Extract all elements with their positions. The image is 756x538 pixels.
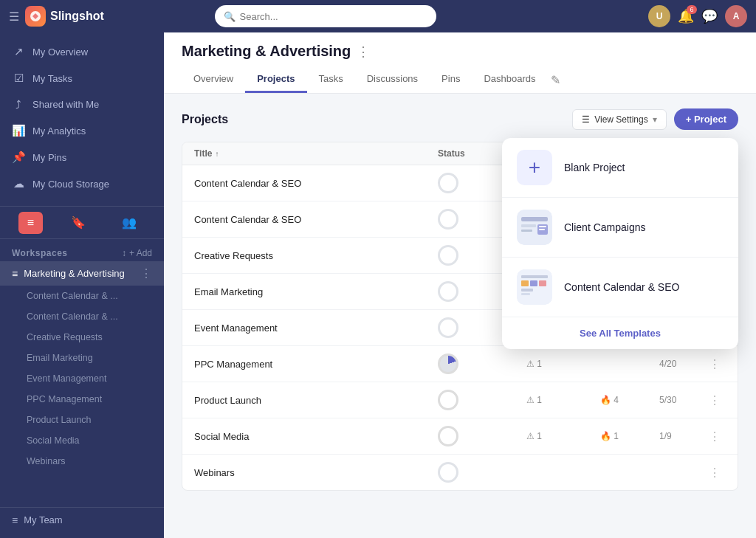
projects-header: Projects ☰ View Settings ▾ + Project [182, 108, 738, 130]
sub-label-product: Product Launch [27, 415, 136, 425]
table-row: Product Launch ⚠ 1 🔥 4 5/30 ⋮ [182, 382, 738, 418]
sub-item-content2[interactable]: Content Calendar & ... ⋮ [0, 306, 164, 327]
add-workspace-button[interactable]: + Add [129, 248, 152, 258]
project-status [438, 390, 526, 410]
workspace-title-more[interactable]: ⋮ [357, 44, 370, 60]
tab-projects[interactable]: Projects [245, 67, 306, 93]
dropdown-client-campaigns[interactable]: Client Campaigns [502, 198, 738, 258]
app-body: ↗ My Overview ☑ My Tasks ⤴ Shared with M… [0, 32, 756, 538]
tab-overview[interactable]: Overview [182, 67, 245, 93]
sub-label-creative: Creative Requests [27, 332, 136, 342]
sidebar-nav: ↗ My Overview ☑ My Tasks ⤴ Shared with M… [0, 32, 164, 203]
project-name: Content Calendar & SEO [194, 214, 438, 225]
blank-project-label: Blank Project [564, 162, 625, 173]
row-more-icon[interactable]: ⋮ [704, 393, 726, 407]
row-more-icon[interactable]: ⋮ [704, 466, 726, 480]
blank-project-icon: + [517, 150, 552, 185]
sub-item-webinars[interactable]: Webinars ⋮ [0, 451, 164, 472]
view-settings-button[interactable]: ☰ View Settings ▾ [572, 109, 667, 130]
client-campaigns-thumbnail [517, 210, 552, 245]
project-progress: 5/30 [659, 395, 704, 405]
add-project-label: + Project [686, 114, 726, 125]
project-fire: 🔥 1 [600, 431, 659, 441]
sidebar-label-cloud: My Cloud Storage [32, 179, 109, 190]
row-more-icon[interactable]: ⋮ [704, 357, 726, 371]
workspace-title: Marketing & Advertising [182, 43, 351, 60]
avatar-user2[interactable]: A [725, 5, 747, 27]
view-type-label: ▾ [653, 114, 657, 125]
projects-area: Projects ☰ View Settings ▾ + Project Tit… [164, 94, 756, 538]
svg-rect-11 [530, 280, 537, 286]
project-name: Social Media [194, 431, 438, 442]
project-fire: 🔥 4 [600, 395, 659, 405]
main-content: Marketing & Advertising ⋮ Overview Proje… [164, 32, 756, 538]
projects-title: Projects [182, 113, 572, 126]
search-bar[interactable]: 🔍 [215, 5, 436, 27]
client-campaigns-label: Client Campaigns [564, 221, 646, 233]
topbar-left: ☰ Slingshot [9, 6, 104, 27]
sidebar-label-tasks: My Tasks [32, 73, 72, 84]
tab-edit-icon[interactable]: ✎ [548, 67, 563, 93]
sub-item-content1[interactable]: Content Calendar & ... ⋮ [0, 286, 164, 306]
sub-item-product[interactable]: Product Launch ⋮ [0, 410, 164, 430]
dropdown-blank-project[interactable]: + Blank Project [502, 138, 738, 198]
svg-rect-6 [539, 226, 546, 227]
sort-button[interactable]: ↕ [122, 248, 126, 258]
sub-item-creative[interactable]: Creative Requests ⋮ [0, 327, 164, 348]
sidebar-item-team[interactable]: ≡ My Team ⋮ [0, 508, 164, 532]
sub-item-event[interactable]: Event Management ⋮ [0, 368, 164, 389]
content-calendar-label: Content Calendar & SEO [564, 281, 679, 293]
notif-badge: 6 [687, 5, 697, 14]
menu-icon[interactable]: ☰ [9, 10, 19, 24]
dropdown-content-calendar[interactable]: Content Calendar & SEO [502, 258, 738, 317]
col-title: Title ↑ [194, 148, 438, 159]
project-status [438, 354, 526, 374]
sidebar-item-pins[interactable]: 📌 My Pins [0, 144, 164, 170]
sidebar-label-pins: My Pins [32, 152, 66, 163]
search-input[interactable] [240, 11, 427, 22]
sub-item-email[interactable]: Email Marketing ⋮ [0, 348, 164, 368]
sidebar-item-overview[interactable]: ↗ My Overview [0, 38, 164, 65]
sidebar-icon-tabs: ≡ 🔖 👥 [0, 206, 164, 239]
svg-rect-14 [521, 293, 530, 295]
workspace-more-icon[interactable]: ⋮ [140, 266, 152, 280]
shared-icon: ⤴ [12, 98, 25, 111]
see-all-templates-link[interactable]: See All Templates [502, 317, 738, 349]
icon-tab-layers[interactable]: ≡ [18, 212, 43, 234]
workspace-icon: ≡ [12, 268, 18, 280]
analytics-icon: 📊 [12, 124, 25, 137]
add-project-button[interactable]: + Project [674, 108, 738, 130]
project-progress: 1/9 [659, 431, 704, 441]
tasks-icon: ☑ [12, 72, 25, 85]
sidebar-item-cloud[interactable]: ☁ My Cloud Storage [0, 170, 164, 197]
icon-tab-users[interactable]: 👥 [113, 211, 145, 234]
workspace-marketing[interactable]: ≡ Marketing & Advertising ⋮ [0, 261, 164, 286]
icon-tab-bookmark[interactable]: 🔖 [62, 211, 94, 234]
workspaces-actions: ↕ + Add [122, 248, 152, 258]
search-icon: 🔍 [224, 11, 236, 22]
logo: Slingshot [25, 6, 104, 27]
sidebar-item-shared[interactable]: ⤴ Shared with Me [0, 92, 164, 117]
tab-pins[interactable]: Pins [430, 67, 472, 93]
svg-rect-3 [521, 224, 536, 227]
tab-tasks[interactable]: Tasks [307, 67, 355, 93]
sidebar-item-tasks[interactable]: ☑ My Tasks [0, 65, 164, 92]
notification-icon[interactable]: 🔔 6 [678, 8, 694, 24]
row-more-icon[interactable]: ⋮ [704, 430, 726, 444]
chat-icon[interactable]: 💬 [701, 8, 718, 24]
sub-item-social[interactable]: Social Media ⋮ [0, 430, 164, 451]
tab-dashboards[interactable]: Dashboards [472, 67, 547, 93]
sub-item-ppc[interactable]: PPC Management ⋮ [0, 389, 164, 410]
app-name: Slingshot [50, 10, 104, 23]
workspace-title-row: Marketing & Advertising ⋮ [182, 43, 738, 60]
project-name: Product Launch [194, 395, 438, 406]
sub-label-content2: Content Calendar & ... [27, 311, 136, 322]
workspace-sub-items: Content Calendar & ... ⋮ Content Calenda… [0, 286, 164, 472]
avatar-user1[interactable]: U [648, 5, 670, 27]
pins-icon: 📌 [12, 151, 25, 164]
workspaces-title: Workspaces [12, 248, 122, 258]
tab-discussions[interactable]: Discussions [355, 67, 430, 93]
table-row: PPC Management ⚠ 1 4/20 ⋮ [182, 346, 738, 382]
sidebar-item-analytics[interactable]: 📊 My Analytics [0, 117, 164, 144]
sub-label-webinars: Webinars [27, 456, 136, 466]
